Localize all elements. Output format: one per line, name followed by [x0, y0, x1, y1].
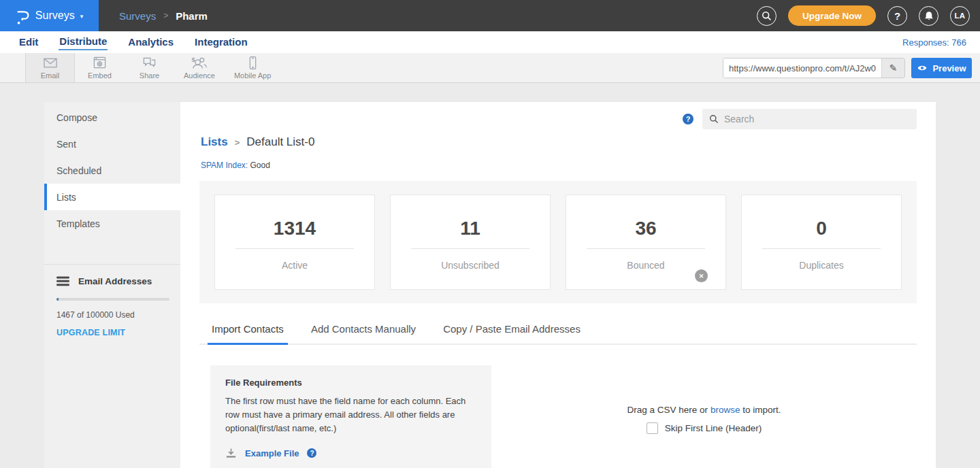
- toolbar-item-label: Share: [140, 71, 159, 80]
- current-list-name: Default List-0: [246, 135, 314, 149]
- tab-edit[interactable]: Edit: [18, 35, 39, 50]
- stat-label: Unsubscribed: [441, 260, 500, 271]
- sidebar-item-sent[interactable]: Sent: [44, 131, 180, 157]
- toolbar-item-label: Email: [41, 71, 60, 80]
- stat-value: 1314: [274, 218, 316, 239]
- toolbar-item-audience[interactable]: $ Audience: [174, 53, 225, 82]
- email-usage-progress-fill: [56, 298, 59, 301]
- stat-card-active: 1314 Active: [214, 195, 375, 290]
- email-sidebar: Compose Sent Scheduled Lists Templates: [44, 102, 180, 468]
- file-requirements-title: File Requirements: [225, 378, 476, 388]
- lists-breadcrumb: Lists > Default List-0: [199, 135, 917, 149]
- breadcrumb: Surveys > Pharma: [119, 10, 208, 22]
- upgrade-now-button[interactable]: Upgrade Now: [788, 5, 876, 26]
- tab-integration[interactable]: Integration: [194, 35, 248, 50]
- breadcrumb-surveys-link[interactable]: Surveys: [119, 10, 156, 22]
- sidebar-item-lists[interactable]: Lists: [44, 184, 180, 210]
- avatar[interactable]: LA: [950, 6, 970, 26]
- browse-link[interactable]: browse: [710, 405, 740, 415]
- spam-index-label: SPAM Index:: [201, 161, 248, 170]
- contacts-search-box: [702, 109, 917, 129]
- product-switcher[interactable]: Surveys ▾: [0, 0, 99, 31]
- breadcrumb-separator-icon: >: [235, 137, 240, 148]
- contacts-search-input[interactable]: [724, 114, 910, 124]
- stat-value: 36: [635, 218, 656, 239]
- stat-label: Bounced: [627, 260, 664, 271]
- skip-first-line-row: Skip First Line (Header): [647, 422, 762, 434]
- bell-icon: [924, 11, 934, 21]
- toolbar-item-share[interactable]: Share: [125, 53, 174, 82]
- tab-import-contacts[interactable]: Import Contacts: [208, 323, 288, 345]
- toolbar-item-mobile-app[interactable]: Mobile App: [225, 53, 280, 82]
- dropzone-instruction: Drag a CSV here or browse to import.: [627, 405, 781, 415]
- top-bar: Surveys ▾ Surveys > Pharma Upgrade Now ?: [0, 0, 980, 31]
- csv-dropzone[interactable]: Drag a CSV here or browse to import. Ski…: [491, 365, 917, 468]
- toolbar-item-embed[interactable]: Embed: [75, 53, 125, 82]
- example-file-help-button[interactable]: ?: [307, 448, 316, 458]
- search-icon: [709, 114, 719, 124]
- help-button[interactable]: ?: [887, 6, 907, 26]
- questionpro-app: Surveys ▾ Surveys > Pharma Upgrade Now ?: [0, 0, 980, 468]
- stat-divider: [235, 248, 353, 249]
- example-file-link[interactable]: Example File: [245, 448, 299, 458]
- questionpro-logo-icon: [16, 7, 30, 25]
- email-addresses-section: Email Addresses 1467 of 100000 Used UPGR…: [44, 265, 180, 337]
- sidebar-item-compose[interactable]: Compose: [44, 104, 180, 131]
- skip-first-line-checkbox[interactable]: [647, 422, 658, 434]
- lists-breadcrumb-parent-link[interactable]: Lists: [201, 135, 228, 149]
- sidebar-item-scheduled[interactable]: Scheduled: [44, 157, 180, 184]
- toolbar-item-email[interactable]: Email: [25, 53, 75, 82]
- edit-url-button[interactable]: ✎: [881, 58, 904, 78]
- email-usage-text: 1467 of 100000 Used: [56, 310, 169, 320]
- mobile-app-icon: [248, 56, 257, 70]
- list-stats-panel: 1314 Active 11 Unsubscribed 36 Bounced: [199, 181, 917, 303]
- example-file-row: Example File ?: [225, 448, 476, 458]
- stat-value: 0: [816, 218, 827, 239]
- question-mark-icon: ?: [310, 450, 314, 457]
- toolbar-item-label: Audience: [184, 71, 215, 80]
- survey-nav-row: Edit Distribute Analytics Integration Re…: [0, 31, 980, 53]
- survey-url-input[interactable]: [723, 58, 881, 78]
- sidebar-item-templates[interactable]: Templates: [44, 210, 180, 237]
- audience-icon: $: [191, 56, 208, 70]
- email-distribute-card: Compose Sent Scheduled Lists Templates: [44, 102, 936, 468]
- pencil-icon: ✎: [889, 63, 898, 73]
- search-icon: [762, 11, 772, 21]
- chevron-down-icon: ▾: [80, 13, 84, 20]
- tab-copy-paste-email-addresses[interactable]: Copy / Paste Email Addresses: [439, 323, 585, 344]
- upgrade-limit-link[interactable]: UPGRADE LIMIT: [56, 328, 169, 337]
- question-mark-icon: ?: [686, 115, 691, 123]
- lists-help-button[interactable]: ?: [683, 114, 693, 124]
- share-icon: [141, 56, 158, 70]
- tab-analytics[interactable]: Analytics: [127, 35, 174, 50]
- breadcrumb-current-survey: Pharma: [176, 10, 208, 22]
- notifications-button[interactable]: [919, 6, 938, 26]
- toolbar-item-label: Embed: [88, 71, 112, 80]
- dropzone-text-before: Drag a CSV here or: [627, 405, 710, 415]
- stat-value: 11: [460, 218, 480, 239]
- responses-count[interactable]: Responses: 766: [902, 37, 966, 48]
- stat-label: Active: [282, 260, 308, 271]
- stat-card-duplicates: 0 Duplicates: [741, 195, 902, 290]
- embed-icon: [92, 56, 108, 70]
- email-addresses-header: Email Addresses: [56, 276, 169, 286]
- dropzone-text-after: to import.: [740, 405, 781, 415]
- search-row: ?: [199, 109, 917, 129]
- stat-divider: [587, 248, 704, 249]
- page-background: Compose Sent Scheduled Lists Templates: [0, 83, 980, 468]
- file-requirements-box: File Requirements The first row must hav…: [210, 365, 491, 468]
- stat-label: Duplicates: [799, 260, 843, 271]
- download-icon: [225, 448, 237, 458]
- product-name: Surveys: [35, 10, 75, 22]
- distribute-toolbar: Email Embed Share: [0, 53, 980, 83]
- search-button[interactable]: [757, 6, 777, 26]
- preview-button[interactable]: Preview: [911, 58, 972, 78]
- stat-divider: [762, 248, 880, 249]
- stat-card-unsubscribed: 11 Unsubscribed: [390, 195, 551, 290]
- clear-bounced-button[interactable]: ✕: [695, 269, 708, 282]
- tab-add-contacts-manually[interactable]: Add Contacts Manually: [307, 323, 420, 344]
- stat-card-bounced: 36 Bounced ✕: [566, 195, 726, 290]
- tab-distribute[interactable]: Distribute: [59, 34, 108, 50]
- email-addresses-title: Email Addresses: [78, 276, 152, 286]
- preview-label: Preview: [932, 63, 966, 73]
